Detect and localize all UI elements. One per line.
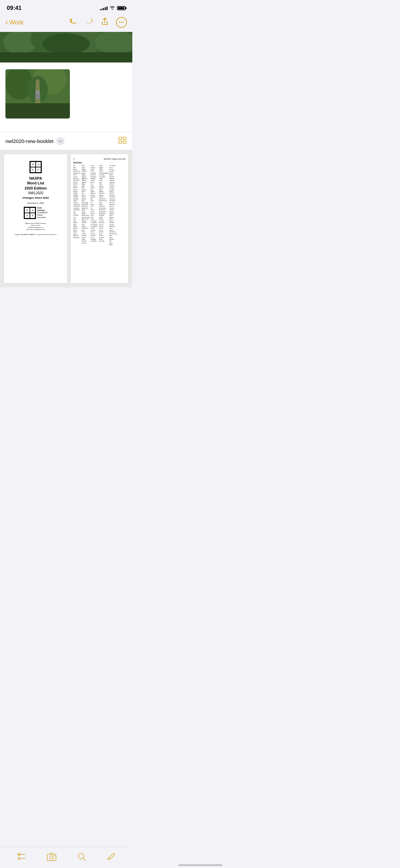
status-bar: 09:41 [0,0,132,14]
doc-filename: nwl2020-new-booklet [5,138,54,144]
naspa-date: November 6, 2020 [27,202,44,204]
back-label: Work [9,19,23,26]
battery-icon [117,6,126,10]
share-button[interactable] [100,17,109,28]
word-col-3: inaper inaptest jessuit jesuit jesuitica… [91,165,98,246]
redo-button[interactable] [85,17,94,28]
doc-title-left: nwl2020-new-booklet [5,137,64,145]
page-number: 2 [73,158,74,160]
svg-rect-18 [123,141,126,143]
more-button[interactable]: ••• [116,17,127,28]
signal-icon [100,6,108,10]
naspa-org-box: N A S P [24,207,36,219]
naspa-letter-p: P [36,167,41,173]
naspa-org-info: N A S P North American SCRABBLE® Players… [24,207,47,219]
navigation-bar: ‹ Work ••• [0,14,132,32]
nav-actions: ••• [69,17,127,28]
naspa-footer: Making words, building friendships Dalla… [25,222,46,231]
svg-rect-15 [119,137,122,140]
naspa-cell-p2: P [30,213,35,218]
svg-rect-6 [0,52,132,62]
svg-rect-12 [5,103,70,119]
naspa-org-text: North American SCRABBLE® Players Associa… [37,207,47,219]
section-label: DELETED [73,162,126,164]
word-col-2: dikey dogan dogans drekkish dykay faggie… [82,165,90,246]
naspa-org-logo: N A S P [30,161,42,173]
pdf-preview: N A S P NASPA Word List 2020 Edition NWL… [0,150,132,287]
hero-image [0,32,132,62]
status-icons [100,5,126,11]
second-image [5,69,70,119]
naspa-letter-a: A [36,162,41,167]
back-button[interactable]: ‹ Work [5,18,23,27]
empty-space [0,287,132,423]
naspa-cell-s2: S [24,213,30,218]
pdf-page-left: N A S P NASPA Word List 2020 Edition NWL… [4,154,67,283]
svg-rect-13 [35,93,40,99]
naspa-copyright: Copyright ©2020 NASPA. SCRABBLE® is a re… [14,234,57,235]
page-title: NWL2020: Changes Since 2016 [104,158,126,160]
svg-rect-17 [119,141,122,143]
pdf-page-right: 2 NWL2020: Changes Since 2016 DELETED ab… [71,154,128,283]
naspa-letter-s: S [30,167,36,173]
naspa-letter-n: N [30,162,36,167]
naspa-title: NASPA Word List 2020 Edition [25,176,47,191]
content-area [0,62,132,132]
word-col-5: poontangs poove pooves poperiers popery … [109,165,117,246]
grid-view-button[interactable] [118,137,127,146]
undo-button[interactable] [69,17,78,28]
wifi-icon [110,5,115,11]
naspa-nwl-code: NWL2020 [28,191,43,195]
word-columns: abo abos aboon blackamoor blackamoors bo… [73,165,126,246]
naspa-changes-heading: Changes Since 2016 [22,196,49,199]
back-chevron-icon: ‹ [5,18,8,27]
doc-title-bar: nwl2020-new-booklet [0,132,132,150]
svg-point-5 [42,34,90,54]
svg-rect-16 [123,137,126,140]
svg-rect-14 [36,90,39,94]
naspa-logo-box: N A S P [30,161,42,173]
word-col-4: nigger niggers nitche nitches nonhandica… [99,165,109,246]
naspa-cell-n: N [24,207,30,213]
status-time: 09:41 [7,5,21,12]
doc-chevron-button[interactable] [56,137,64,145]
naspa-cell-a: A [30,207,35,213]
word-col-1: abo abos aboon blackamoor blackamoors bo… [73,165,81,246]
